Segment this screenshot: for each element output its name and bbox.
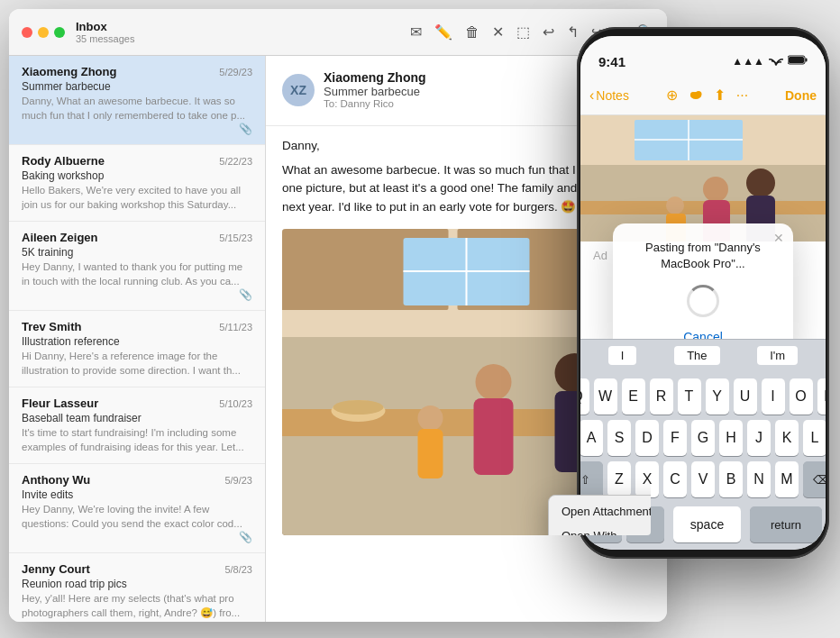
iphone: 9:41 ▲▲▲ ‹ Notes ⊕ ⬆ <box>577 27 829 559</box>
list-item[interactable]: Jenny Court 5/8/23 Reunion road trip pic… <box>9 553 265 622</box>
ctx-open-with[interactable]: Open With › <box>549 524 651 535</box>
svg-point-16 <box>775 63 777 65</box>
space-key[interactable]: space <box>673 506 741 542</box>
window-title: Inbox <box>76 20 134 33</box>
archive-icon[interactable]: ⬚ <box>516 23 530 41</box>
svg-point-10 <box>476 364 512 400</box>
key-e[interactable]: E <box>622 378 645 415</box>
key-k[interactable]: K <box>775 420 799 456</box>
email-subject: Illustration reference <box>22 335 252 348</box>
keyboard-suggestions: I The I'm <box>580 339 826 371</box>
email-subject: Summer barbecue <box>22 80 252 93</box>
shift-key[interactable]: ⇧ <box>580 461 603 497</box>
list-item[interactable]: Rody Albuerne 5/22/23 Baking workshop He… <box>9 145 265 222</box>
key-g[interactable]: G <box>691 420 715 456</box>
trash-icon[interactable]: 🗑 <box>465 24 479 41</box>
window-title-area: Inbox 35 messages <box>76 20 134 44</box>
key-x[interactable]: X <box>635 461 659 497</box>
share-icon[interactable]: ⬆ <box>714 87 726 104</box>
svg-rect-13 <box>418 429 443 478</box>
wifi-icon <box>769 55 783 68</box>
minimize-button[interactable] <box>38 27 49 38</box>
pasting-title: Pasting from "Danny's MacBook Pro"... <box>627 240 779 272</box>
key-c[interactable]: C <box>663 461 687 497</box>
pasting-spinner <box>687 285 719 317</box>
key-l[interactable]: L <box>803 420 826 456</box>
suggestion-i[interactable]: I <box>608 346 637 365</box>
email-sender: Rody Albuerne <box>22 154 105 168</box>
email-subject: 5K training <box>22 246 252 259</box>
email-sender: Jenny Court <box>22 562 90 576</box>
list-item[interactable]: Trev Smith 5/11/23 Illustration referenc… <box>9 311 265 387</box>
suggestion-im[interactable]: I'm <box>757 346 798 365</box>
email-sender: Aileen Zeigen <box>22 231 98 244</box>
return-key[interactable]: return <box>750 506 822 542</box>
key-t[interactable]: T <box>678 378 701 415</box>
reply-icon[interactable]: ↩ <box>543 23 554 41</box>
keyboard-row-3: ⇧ Z X C V B N M ⌫ <box>584 461 822 497</box>
ctx-open-attachment[interactable]: Open Attachment <box>549 499 651 524</box>
attachment-icon: 📎 <box>239 123 252 135</box>
svg-rect-19 <box>806 59 808 62</box>
key-p[interactable]: P <box>817 378 826 415</box>
notes-back-button[interactable]: ‹ Notes <box>589 87 629 104</box>
suggestion-the[interactable]: The <box>674 346 719 365</box>
new-message-icon[interactable]: ✉ <box>410 23 422 41</box>
email-date: 5/29/23 <box>219 67 252 77</box>
email-preview: Hi Danny, Here's a reference image for t… <box>22 350 252 378</box>
delete-icon[interactable]: ✕ <box>492 23 504 41</box>
close-button[interactable] <box>22 27 32 38</box>
mail-toolbar: Inbox 35 messages ✉ ✏️ 🗑 ✕ ⬚ ↩ ↰ ↪ » 🔍 <box>9 9 667 56</box>
reply-all-icon[interactable]: ↰ <box>567 23 579 41</box>
key-a[interactable]: A <box>580 420 603 456</box>
key-u[interactable]: U <box>734 378 757 415</box>
list-item[interactable]: Xiaomeng Zhong 5/29/23 Summer barbecue D… <box>9 56 265 145</box>
cancel-button[interactable]: Cancel <box>627 330 779 339</box>
email-preview: Hello Bakers, We're very excited to have… <box>22 184 252 212</box>
email-sender: Fleur Lasseur <box>22 396 98 410</box>
more-icon[interactable]: ··· <box>736 87 748 104</box>
svg-point-12 <box>418 406 443 431</box>
email-preview: Hey Danny, We're loving the invite! A fe… <box>22 503 252 531</box>
key-r[interactable]: R <box>650 378 673 415</box>
email-sender: Xiaomeng Zhong <box>22 65 116 78</box>
list-item[interactable]: Anthony Wu 5/9/23 Invite edits Hey Danny… <box>9 464 265 553</box>
keyboard-row-2: A S D F G H J K L <box>584 420 822 456</box>
key-w[interactable]: W <box>594 378 617 415</box>
maximize-button[interactable] <box>54 27 65 38</box>
key-o[interactable]: O <box>790 378 813 415</box>
notes-nav-bar: ‹ Notes ⊕ ⬆ ··· Done <box>580 76 826 115</box>
email-list: Xiaomeng Zhong 5/29/23 Summer barbecue D… <box>9 56 266 622</box>
key-v[interactable]: V <box>691 461 715 497</box>
key-q[interactable]: Q <box>580 378 589 415</box>
key-h[interactable]: H <box>719 420 743 456</box>
key-d[interactable]: D <box>635 420 659 456</box>
key-z[interactable]: Z <box>607 461 631 497</box>
email-date: 5/22/23 <box>219 156 252 167</box>
sender-info: Xiaomeng Zhong Summer barbecue To: Danny… <box>324 70 608 109</box>
list-item[interactable]: Aileen Zeigen 5/15/23 5K training Hey Da… <box>9 222 265 311</box>
email-date: 5/9/23 <box>224 475 252 486</box>
key-f[interactable]: F <box>663 420 687 456</box>
key-y[interactable]: Y <box>706 378 729 415</box>
key-m[interactable]: M <box>775 461 799 497</box>
email-preview: Hey, y'all! Here are my selects (that's … <box>22 592 252 620</box>
mail-window: Inbox 35 messages ✉ ✏️ 🗑 ✕ ⬚ ↩ ↰ ↪ » 🔍 X… <box>9 9 667 622</box>
close-pasting-icon[interactable]: ✕ <box>773 231 784 245</box>
email-sender: Anthony Wu <box>22 473 90 487</box>
key-b[interactable]: B <box>719 461 743 497</box>
key-j[interactable]: J <box>747 420 771 456</box>
key-s[interactable]: S <box>607 420 631 456</box>
key-n[interactable]: N <box>747 461 771 497</box>
compose-icon[interactable]: ✏️ <box>434 23 452 41</box>
detail-to: To: Danny Rico <box>324 98 608 109</box>
key-i[interactable]: I <box>762 378 785 415</box>
notes-done-button[interactable]: Done <box>785 88 817 103</box>
email-date: 5/8/23 <box>224 564 252 575</box>
cloud-icon[interactable] <box>689 87 703 104</box>
backspace-key[interactable]: ⌫ <box>803 461 826 497</box>
context-menu: Open Attachment Open With › Quick Look A… <box>548 495 651 535</box>
add-note-icon[interactable]: ⊕ <box>666 87 678 104</box>
list-item[interactable]: Fleur Lasseur 5/10/23 Baseball team fund… <box>9 387 265 464</box>
email-preview: Danny, What an awesome barbecue. It was … <box>22 95 252 123</box>
